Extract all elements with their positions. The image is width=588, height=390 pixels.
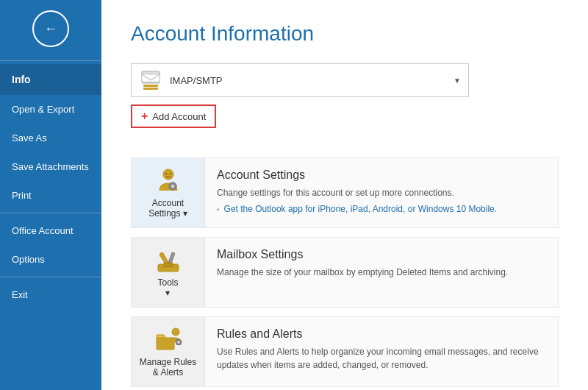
sidebar: ← Info Open & Export Save As Save Attach…	[0, 0, 101, 390]
sidebar-item-label: Save Attachments	[12, 161, 89, 172]
mailbox-settings-icon-area[interactable]: Tools▾	[132, 238, 205, 307]
manage-rules-icon-label: Manage Rules& Alerts	[140, 357, 196, 377]
mailbox-settings-title: Mailbox Settings	[217, 248, 546, 261]
svg-rect-18	[164, 263, 173, 266]
sidebar-item-save-attachments[interactable]: Save Attachments	[0, 152, 101, 181]
svg-point-6	[163, 169, 173, 180]
sidebar-item-label: Office Account	[12, 225, 74, 236]
rules-alerts-content: Rules and Alerts Use Rules and Alerts to…	[205, 317, 558, 386]
main-content: Account Information IMAP/SMTP ▼ + Add Ac…	[101, 0, 588, 390]
account-icon	[139, 68, 162, 92]
account-settings-icon-area[interactable]: AccountSettings ▾	[132, 158, 205, 227]
svg-point-8	[170, 173, 171, 174]
sidebar-item-save-as[interactable]: Save As	[0, 124, 101, 152]
svg-point-21	[172, 328, 179, 336]
page-title: Account Information	[131, 22, 559, 46]
account-settings-card: AccountSettings ▾ Account Settings Chang…	[131, 157, 559, 228]
account-settings-title: Account Settings	[217, 169, 546, 182]
mailbox-settings-content: Mailbox Settings Manage the size of your…	[205, 238, 558, 294]
mailbox-settings-desc: Manage the size of your mailbox by empty…	[217, 266, 546, 279]
sidebar-item-label: Save As	[12, 132, 47, 143]
svg-rect-14	[175, 185, 177, 187]
imap-icon	[140, 70, 161, 91]
add-account-button[interactable]: + Add Account	[131, 104, 216, 128]
svg-rect-4	[143, 85, 158, 87]
account-settings-content: Account Settings Change settings for thi…	[205, 158, 558, 224]
sidebar-item-label: Options	[12, 254, 45, 265]
svg-rect-11	[172, 182, 173, 184]
tools-icon-label: Tools▾	[157, 277, 178, 298]
svg-rect-1	[142, 74, 159, 82]
back-button[interactable]: ←	[32, 10, 69, 47]
dropdown-arrow-icon: ▼	[453, 77, 461, 85]
sidebar-item-office-account[interactable]: Office Account	[0, 216, 101, 245]
rules-alerts-desc: Use Rules and Alerts to help organize yo…	[217, 345, 546, 372]
plus-icon: +	[141, 110, 148, 123]
back-arrow-icon: ←	[44, 21, 57, 37]
manage-rules-icon	[154, 326, 183, 352]
rules-alerts-title: Rules and Alerts	[217, 327, 546, 341]
svg-point-7	[165, 173, 167, 174]
account-name: IMAP/SMTP	[170, 75, 448, 86]
account-settings-link[interactable]: Get the Outlook app for iPhone, iPad, An…	[217, 204, 546, 214]
svg-rect-13	[168, 185, 171, 187]
sidebar-item-label: Print	[12, 190, 32, 201]
svg-rect-12	[172, 189, 173, 191]
add-account-label: Add Account	[152, 111, 206, 122]
rules-alerts-icon-area[interactable]: Manage Rules& Alerts	[132, 317, 205, 386]
rules-alerts-card: Manage Rules& Alerts Rules and Alerts Us…	[131, 316, 559, 387]
sidebar-divider-mid	[0, 213, 101, 213]
sidebar-item-label: Exit	[12, 289, 28, 300]
sidebar-item-exit[interactable]: Exit	[0, 280, 101, 309]
sidebar-divider-top	[0, 60, 101, 61]
mailbox-settings-card: Tools▾ Mailbox Settings Manage the size …	[131, 237, 559, 308]
svg-point-23	[177, 341, 180, 344]
sidebar-item-open-export[interactable]: Open & Export	[0, 95, 101, 124]
sidebar-item-print[interactable]: Print	[0, 181, 101, 210]
account-settings-desc: Change settings for this account or set …	[217, 186, 546, 199]
sidebar-item-label: Open & Export	[12, 104, 74, 115]
sidebar-item-options[interactable]: Options	[0, 245, 101, 274]
svg-point-10	[171, 185, 174, 188]
tools-icon	[154, 247, 183, 273]
svg-rect-5	[143, 88, 158, 90]
sidebar-item-label: Info	[12, 74, 31, 85]
account-settings-icon-label: AccountSettings ▾	[148, 198, 187, 219]
account-selector[interactable]: IMAP/SMTP ▼	[131, 63, 469, 97]
sidebar-divider-bot	[0, 277, 101, 277]
account-settings-icon	[154, 167, 183, 194]
sidebar-item-info[interactable]: Info	[0, 64, 101, 95]
